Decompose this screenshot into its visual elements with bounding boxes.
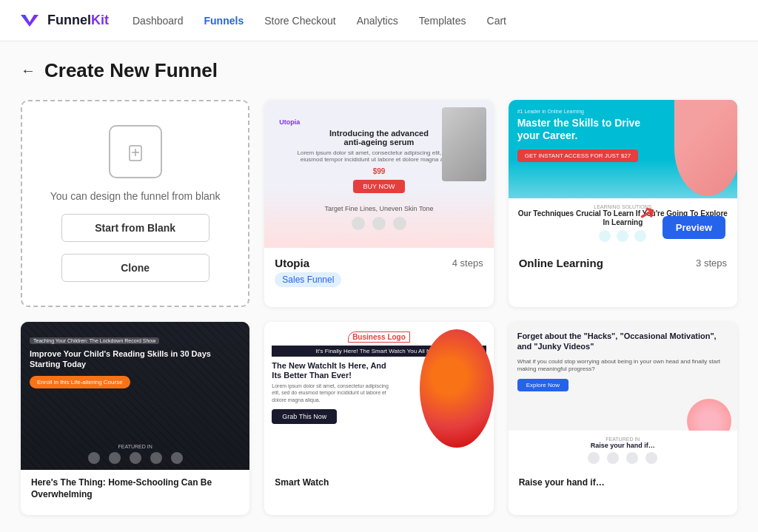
course-explore-btn[interactable]: Explore Now [517, 379, 568, 391]
homeschool-preview: Teaching Your Children: The Lockdown Rec… [21, 322, 249, 470]
page-content: ← Create New Funnel You can design the f… [0, 41, 758, 532]
hs-icon-4 [150, 452, 162, 464]
course-card-sub [509, 496, 737, 504]
blank-card[interactable]: You can design the funnel from blank Sta… [21, 100, 249, 307]
utopia-footer-row: Utopia 4 steps [275, 257, 483, 269]
page-title: Create New Funnel [44, 59, 218, 82]
nav-links: Dashboard Funnels Store Checkout Analyti… [133, 15, 506, 27]
blank-desc: You can design the funnel from blank [50, 190, 221, 202]
hs-icon-3 [130, 452, 141, 464]
course-sub: What if you could stop worrying about be… [517, 358, 728, 374]
nav-dashboard[interactable]: Dashboard [133, 15, 184, 27]
template-card-watch[interactable]: Business Logo It's Finally Here! The Sma… [264, 322, 493, 515]
watch-card-sub [264, 496, 493, 504]
plus-icon [124, 140, 147, 164]
utopia-preview: Utopia Introducing the advancedanti-agei… [264, 100, 493, 248]
nav-analytics[interactable]: Analytics [357, 15, 398, 27]
utopia-tag: Sales Funnel [275, 272, 341, 287]
blank-icon [109, 125, 162, 178]
logo[interactable]: FunnelKit [18, 9, 109, 33]
learning-cta-btn[interactable]: GET INSTANT ACCESS FOR JUST $27 [517, 149, 638, 162]
nav-store-checkout[interactable]: Store Checkout [264, 15, 336, 27]
course-icon-2 [607, 452, 619, 464]
learning-preview: #1 Leader in Online Learning Master the … [509, 100, 737, 248]
watch-grab-btn[interactable]: Grab This Now [272, 409, 337, 424]
course-card-title: Raise your hand if… [509, 470, 737, 496]
course-icon-row [514, 452, 731, 464]
learning-icon-1 [599, 230, 611, 242]
course-lower: FEATURED IN Raise your hand if… [509, 431, 737, 470]
course-raise-hand: Raise your hand if… [514, 442, 731, 449]
nav-cart[interactable]: Cart [487, 15, 506, 27]
utopia-steps: 4 steps [452, 257, 483, 269]
utopia-sub: Lorem ipsum dolor sit amet, consectetur … [297, 149, 460, 163]
learning-solutions-label: LEARNING SOLUTIONS [514, 204, 731, 209]
learning-card-footer: Online Learning 3 steps [509, 248, 737, 281]
utopia-buy-btn[interactable]: BUY NOW [353, 180, 406, 193]
watch-product-img [420, 329, 494, 448]
template-card-course[interactable]: Forget about the "Hacks", "Occasional Mo… [509, 322, 737, 515]
watch-title: The New WatchIt Is Here, And Its Better … [272, 361, 389, 380]
utopia-icon-2 [372, 217, 386, 230]
utopia-headline: Introducing the advancedanti-ageing seru… [329, 129, 429, 147]
utopia-icon-3 [393, 217, 406, 230]
template-card-utopia[interactable]: Utopia Introducing the advancedanti-agei… [264, 100, 493, 307]
watch-card-title: Smart Watch [264, 470, 493, 496]
watch-logo-text: Business Logo [348, 331, 410, 343]
nav-templates[interactable]: Templates [419, 15, 466, 27]
learning-person-img [674, 100, 737, 196]
utopia-price: $99 [373, 167, 386, 175]
course-preview: Forget about the "Hacks", "Occasional Mo… [509, 322, 737, 470]
course-icon-3 [626, 452, 638, 464]
hs-title: Improve Your Child's Reading Skills in 3… [30, 349, 241, 370]
hs-content: Teaching Your Children: The Lockdown Rec… [21, 322, 249, 399]
logo-icon [18, 9, 41, 33]
learning-name: Online Learning [519, 257, 603, 269]
clone-button[interactable]: Clone [61, 254, 209, 282]
learning-big-title: Master the Skills to Drive your Career. [517, 117, 644, 142]
learning-preview-btn[interactable]: Preview [663, 216, 725, 239]
homeschool-sub [21, 508, 249, 515]
utopia-icon-1 [352, 217, 365, 230]
learning-icon-2 [617, 230, 628, 242]
course-icon-4 [645, 452, 657, 464]
course-main-title: Forget about the "Hacks", "Occasional Mo… [517, 331, 728, 352]
back-arrow[interactable]: ← [21, 62, 36, 79]
learning-icon-3 [634, 230, 646, 242]
hs-icon-row [21, 452, 249, 464]
utopia-bottom-text: Target Fine Lines, Uneven Skin Tone [325, 205, 434, 212]
hs-cta-btn[interactable]: Enroll in this Life-altering Course [30, 376, 130, 388]
navbar: FunnelKit Dashboard Funnels Store Checko… [0, 0, 758, 41]
utopia-name: Utopia [275, 257, 309, 269]
utopia-icons-row [352, 217, 406, 230]
learning-steps: 3 steps [696, 257, 727, 269]
watch-preview: Business Logo It's Finally Here! The Sma… [264, 322, 493, 470]
hs-icon-1 [88, 452, 100, 464]
template-card-learning[interactable]: #1 Leader in Online Learning Master the … [509, 100, 737, 307]
hs-tag: Teaching Your Children: The Lockdown Rec… [30, 337, 159, 344]
learning-footer-row: Online Learning 3 steps [519, 257, 727, 269]
utopia-brand: Utopia [279, 118, 300, 126]
funnel-grid: You can design the funnel from blank Sta… [21, 100, 737, 515]
course-icon-1 [588, 452, 600, 464]
utopia-card-footer: Utopia 4 steps Sales Funnel [264, 248, 493, 296]
hs-icon-5 [171, 452, 183, 464]
hs-featured: FEATURED IN [21, 444, 249, 449]
logo-text: FunnelKit [47, 13, 109, 28]
watch-desc: Lorem ipsum dolor sit amet, consectetur … [272, 383, 389, 403]
homeschool-title: Here's The Thing: Home-Schooling Can Be … [21, 470, 249, 508]
template-card-homeschool[interactable]: Teaching Your Children: The Lockdown Rec… [21, 322, 249, 515]
hs-icon-2 [109, 452, 121, 464]
page-header: ← Create New Funnel [21, 59, 737, 82]
course-featured: FEATURED IN [514, 437, 731, 442]
start-from-blank-button[interactable]: Start from Blank [61, 214, 209, 242]
utopia-product-img [442, 107, 486, 181]
nav-funnels[interactable]: Funnels [204, 15, 244, 27]
